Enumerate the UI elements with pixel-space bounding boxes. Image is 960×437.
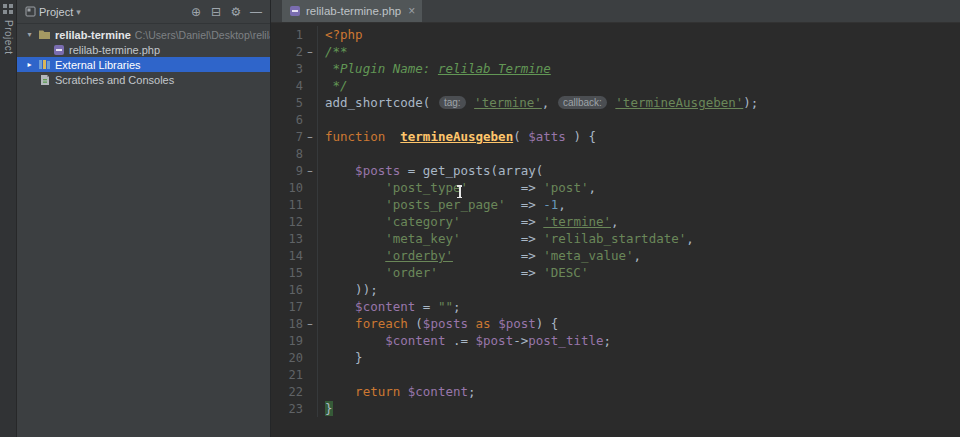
folder-icon [38,29,51,40]
code-line[interactable] [325,111,960,128]
locate-file-icon[interactable]: ⊕ [188,4,204,20]
code-line[interactable]: *Plugin Name: relilab Termine [325,60,960,77]
chevron-right-icon[interactable]: ▸ [25,60,34,69]
project-panel-header: Project ▾ ⊕ ⊟ ⚙ — [17,0,270,24]
line-number[interactable]: 21 [271,366,317,383]
line-number[interactable]: 13 [271,230,317,247]
code-line[interactable]: <?php [325,26,960,43]
code-line[interactable]: 'posts_per_page' => -1, [325,196,960,213]
code-line[interactable]: } [325,349,960,366]
chevron-down-icon: ▾ [76,7,81,17]
tree-item-scratches[interactable]: Scratches and Consoles [17,72,270,87]
window-menu-icon[interactable] [3,4,13,14]
line-number[interactable]: 12 [271,213,317,230]
line-number[interactable]: 5 [271,94,317,111]
parameter-hint: callback: [558,96,607,109]
tab-relilab-termine[interactable]: relilab-termine.php × [282,0,422,22]
editor: relilab-termine.php × 12−34567−89−101112… [271,0,960,437]
project-tool-icon [25,6,36,17]
code-line[interactable]: */ [325,77,960,94]
code-line[interactable]: return $content; [325,383,960,400]
line-number[interactable]: 15 [271,264,317,281]
line-number[interactable]: 10 [271,179,317,196]
code-line[interactable]: $content .= $post->post_title; [325,332,960,349]
tree-item-php-file[interactable]: relilab-termine.php [17,42,270,57]
line-number[interactable]: 2− [271,43,317,60]
tree-item-label: relilab-termine.php [69,44,160,56]
code-line[interactable]: $posts = get_posts(array( [325,162,960,179]
code-line[interactable]: 'orderby' => 'meta_value', [325,247,960,264]
php-file-icon [289,5,301,17]
line-number[interactable]: 18− [271,315,317,332]
project-panel-title: Project [39,6,73,18]
chevron-down-icon[interactable]: ▾ [25,30,34,39]
libraries-icon [38,59,51,70]
collapse-all-icon[interactable]: ⊟ [208,4,224,20]
code-line[interactable]: foreach ($posts as $post) { [325,315,960,332]
scratches-icon [39,74,51,86]
tree-item-label: relilab-termine [55,29,131,41]
code-line[interactable]: $content = ""; [325,298,960,315]
project-tree: ▾ relilab-termine C:\Users\Daniel\Deskto… [17,24,270,87]
fold-marker-icon[interactable]: − [303,47,317,57]
tool-window-project-button[interactable]: Project [3,20,14,55]
gutter[interactable]: 12−34567−89−101112131415161718−192021222… [271,26,317,417]
code-line[interactable]: } [325,400,960,417]
project-panel: Project ▾ ⊕ ⊟ ⚙ — ▾ relilab-termine C:\U… [17,0,270,437]
code-line[interactable] [325,145,960,162]
line-number[interactable]: 4 [271,77,317,94]
line-number[interactable]: 3 [271,60,317,77]
code-line[interactable] [325,366,960,383]
close-icon[interactable]: × [408,4,415,18]
tab-label: relilab-termine.php [306,5,401,17]
line-number[interactable]: 9− [271,162,317,179]
line-number[interactable]: 23 [271,400,317,417]
tree-item-external-libraries[interactable]: ▸ External Libraries [17,57,270,72]
project-view-dropdown[interactable]: Project ▾ [25,6,81,18]
php-file-icon [53,44,65,56]
line-number[interactable]: 20 [271,349,317,366]
line-number[interactable]: 22 [271,383,317,400]
tree-item-project-root[interactable]: ▾ relilab-termine C:\Users\Daniel\Deskto… [17,27,270,42]
tool-window-bar: Project [0,0,17,437]
tree-item-path: C:\Users\Daniel\Desktop\relilab\relilab-… [135,29,270,41]
line-number[interactable]: 19 [271,332,317,349]
fold-marker-icon[interactable]: − [303,319,317,329]
code-line[interactable]: 'category' => 'termine', [325,213,960,230]
code-line[interactable]: )); [325,281,960,298]
line-number[interactable]: 11 [271,196,317,213]
line-number[interactable]: 6 [271,111,317,128]
line-number[interactable]: 17 [271,298,317,315]
line-number[interactable]: 16 [271,281,317,298]
code-line[interactable]: function termineAusgeben( $atts ) { [325,128,960,145]
editor-body: 12−34567−89−101112131415161718−192021222… [271,23,960,417]
line-number[interactable]: 14 [271,247,317,264]
line-number[interactable]: 1 [271,26,317,43]
line-number[interactable]: 8 [271,145,317,162]
settings-icon[interactable]: ⚙ [228,4,244,20]
code-area[interactable]: <?php/** *Plugin Name: relilab Termine *… [317,26,960,417]
parameter-hint: tag: [439,96,466,109]
tree-item-label: External Libraries [55,59,141,71]
fold-marker-icon[interactable]: − [303,132,317,142]
fold-marker-icon[interactable]: − [303,166,317,176]
code-line[interactable]: 'order' => 'DESC' [325,264,960,281]
tree-item-label: Scratches and Consoles [55,74,174,86]
code-line[interactable]: 'post_type' => 'post', [325,179,960,196]
hide-panel-icon[interactable]: — [248,4,264,20]
code-line[interactable]: 'meta_key' => 'relilab_startdate', [325,230,960,247]
editor-tab-bar: relilab-termine.php × [271,0,960,23]
line-number[interactable]: 7− [271,128,317,145]
code-line[interactable]: /** [325,43,960,60]
code-line[interactable]: add_shortcode( tag: 'termine', callback:… [325,94,960,111]
